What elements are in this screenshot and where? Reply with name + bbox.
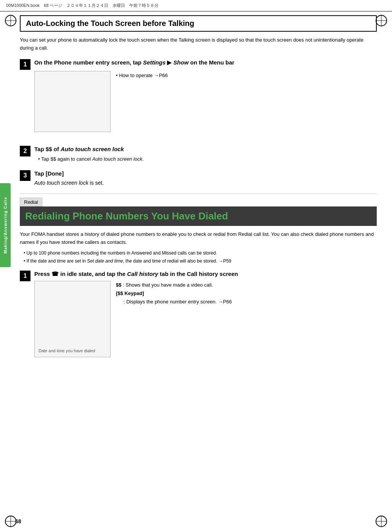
step-1-title-after: on the Menu bar [189, 59, 235, 66]
redial-header-box: Redialing Phone Numbers You Have Dialed [20, 206, 377, 226]
call-icon: ☎ [51, 271, 59, 277]
auto-lock-title: Auto-Locking the Touch Screen before Tal… [26, 19, 371, 28]
step-2-bullet: Tap $$ again to cancel Auto touch screen… [38, 155, 377, 163]
step-2-content: Tap $$ of Auto touch screen lock Tap $$ … [34, 145, 377, 164]
corner-decoration-tl [5, 15, 17, 27]
step-1: 1 On the Phone number entry screen, tap … [20, 58, 377, 140]
corner-decoration-tr [375, 15, 387, 27]
page-number: 68 [15, 518, 21, 524]
header-text: 00M1000EN.book 68 ページ ２０４年１１月２４日 水曜日 午前７… [6, 3, 159, 8]
step-3-body: Auto touch screen lock is set. [34, 180, 377, 186]
redial-step-1-before: Press [34, 271, 51, 277]
redial-bullet-2-before: If the date and time are set in [27, 258, 87, 264]
main-content: Auto-Locking the Touch Screen before Tal… [20, 15, 377, 382]
side-tab-label: Making/Answering Calls [3, 197, 8, 254]
call-history-italic: Call history [127, 271, 158, 277]
step-1-screen-note: • How to operate →P66 [116, 73, 168, 78]
call-note-2-text: : Displays the phone number entry screen… [124, 299, 232, 305]
step-3-body-italic: Auto touch screen lock [34, 180, 88, 186]
settings-italic: Settings [143, 59, 165, 66]
step-3: 3 Tap [Done] Auto touch screen lock is s… [20, 169, 377, 186]
auto-lock-intro: You can set your phone to automatically … [20, 36, 377, 52]
redial-step-1-content: Press ☎ in idle state, and tap the Call … [34, 270, 377, 361]
redial-bullet-2-italic: Set date and time [87, 258, 123, 264]
step-2-title-before: Tap $$ of [34, 146, 61, 152]
step-2: 2 Tap $$ of Auto touch screen lock Tap $… [20, 145, 377, 164]
step-2-cancel-italic: Auto touch screen lock [92, 156, 143, 162]
step-3-title: Tap [Done] [34, 169, 377, 177]
step-1-note-text: How to operate →P66 [119, 73, 168, 78]
redial-title: Redialing Phone Numbers You Have Dialed [25, 210, 371, 222]
redial-step-1-after: in idle state, and tap the [59, 271, 127, 277]
redial-intro: Your FOMA handset stores a history of di… [20, 231, 377, 247]
call-note-2-label: [$$ Keypad] [116, 290, 144, 296]
step-3-number: 3 [20, 170, 31, 181]
redial-step-1-title: Press ☎ in idle state, and tap the Call … [34, 270, 377, 278]
step-3-content: Tap [Done] Auto touch screen lock is set… [34, 169, 377, 186]
redial-bullet-2: If the date and time are set in Set date… [24, 258, 377, 264]
step-1-arrow: ▶ [165, 59, 173, 66]
step-2-title: Tap $$ of Auto touch screen lock [34, 145, 377, 153]
step-3-body-text: is set. [90, 180, 104, 186]
auto-lock-header-box: Auto-Locking the Touch Screen before Tal… [20, 15, 377, 32]
call-note-1-text: : Shows that you have made a video call. [123, 282, 213, 288]
step-1-number: 1 [20, 59, 31, 70]
step-2-number: 2 [20, 146, 31, 156]
section-divider [20, 193, 377, 194]
redial-step-1-end: tab in the Call history screen [158, 271, 238, 277]
call-screen-image: Date and time you have dialed [34, 281, 111, 357]
step-1-content: On the Phone number entry screen, tap Se… [34, 58, 377, 140]
redial-bullet-2-after: , the date and time of redial will also … [123, 258, 231, 264]
side-tab: Making/Answering Calls [0, 183, 11, 267]
step-1-note-bullet: • [116, 73, 119, 78]
call-note-2-label-line: [$$ Keypad] [116, 289, 232, 298]
call-note-1: $$ : Shows that you have made a video ca… [116, 281, 232, 289]
date-label: Date and time you have dialed [39, 348, 95, 353]
redial-step-1-number: 1 [20, 271, 31, 281]
redial-step-1: 1 Press ☎ in idle state, and tap the Cal… [20, 270, 377, 361]
page: 00M1000EN.book 68 ページ ２０４年１１月２４日 水曜日 午前７… [0, 0, 392, 532]
step-2-italic: Auto touch screen lock [61, 146, 124, 152]
redial-bullet-1: Up to 100 phone numbers including the nu… [24, 250, 377, 256]
header-bar: 00M1000EN.book 68 ページ ２０４年１１月２４日 水曜日 午前７… [0, 0, 392, 11]
call-note-2-text-line: : Displays the phone number entry screen… [124, 298, 232, 306]
call-note-1-label: $$ [116, 282, 121, 288]
call-screen-note: $$ : Shows that you have made a video ca… [116, 281, 232, 306]
step-1-screen-image [34, 71, 111, 132]
show-italic: Show [174, 59, 189, 66]
call-screen-area: Date and time you have dialed $$ : Shows… [34, 281, 377, 357]
step-1-title: On the Phone number entry screen, tap Se… [34, 58, 377, 66]
step-1-title-before: On the Phone number entry screen, tap [34, 59, 143, 66]
corner-decoration-br [375, 515, 387, 527]
step-1-screen-area: • How to operate →P66 [34, 69, 377, 136]
redial-label: Redial [20, 198, 42, 206]
